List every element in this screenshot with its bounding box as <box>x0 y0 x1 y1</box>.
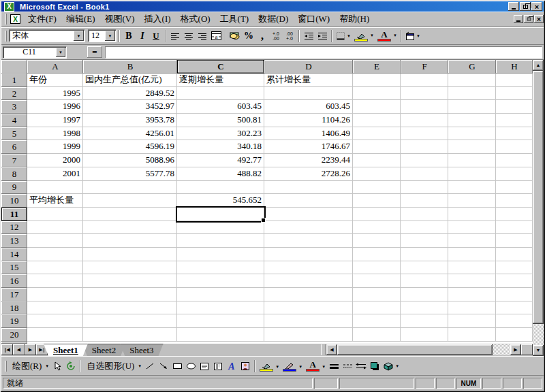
cell-F19[interactable] <box>401 314 448 328</box>
vertical-scrollbar[interactable]: ▲ ▼ <box>533 60 544 356</box>
cell-G7[interactable] <box>448 154 496 167</box>
row-header-15[interactable]: 15 <box>1 261 27 275</box>
cell-F8[interactable] <box>401 167 448 181</box>
row-header-3[interactable]: 3 <box>1 100 27 114</box>
dash-style-button[interactable] <box>341 359 354 373</box>
menu-item-0[interactable]: 文件(F) <box>23 12 61 27</box>
cell-B2[interactable]: 2849.52 <box>83 87 177 101</box>
cell-H18[interactable] <box>496 301 533 315</box>
cell-B20[interactable] <box>83 328 177 342</box>
chevron-down-icon[interactable]: ▼ <box>298 365 302 369</box>
cell-C13[interactable] <box>177 234 264 248</box>
cell-C6[interactable]: 340.18 <box>177 140 264 154</box>
scroll-right-button[interactable]: ▶ <box>510 344 521 355</box>
comma-style-button[interactable]: , <box>255 29 269 43</box>
cell-B10[interactable] <box>83 194 177 208</box>
align-right-button[interactable] <box>196 29 209 43</box>
row-header-18[interactable]: 18 <box>1 301 27 315</box>
cell-A2[interactable]: 1995 <box>27 87 83 101</box>
cell-C15[interactable] <box>177 261 264 275</box>
cell-C8[interactable]: 488.82 <box>177 167 264 181</box>
horizontal-scroll-track[interactable] <box>493 344 510 355</box>
sheet-close-button[interactable]: × <box>534 15 544 23</box>
cell-B19[interactable] <box>83 314 177 328</box>
column-header-G[interactable]: G <box>448 60 496 74</box>
cell-F13[interactable] <box>401 234 448 248</box>
arrow-style-button[interactable] <box>354 359 368 373</box>
cell-C19[interactable] <box>177 314 264 328</box>
cell-E14[interactable] <box>353 248 401 261</box>
cell-E13[interactable] <box>353 234 401 248</box>
cell-D13[interactable] <box>264 234 353 248</box>
borders-button[interactable]: ▼ <box>334 29 352 43</box>
chevron-down-icon[interactable]: ▼ <box>105 31 115 41</box>
cell-D8[interactable]: 2728.26 <box>264 167 353 181</box>
row-header-19[interactable]: 19 <box>1 314 27 328</box>
row-header-9[interactable]: 9 <box>1 181 27 195</box>
cell-G16[interactable] <box>448 274 496 288</box>
cell-B3[interactable]: 3452.97 <box>83 100 177 114</box>
fill-color-button[interactable]: ▼ <box>352 29 370 43</box>
insert-wordart-button[interactable]: A <box>225 359 238 373</box>
cell-B1[interactable]: 国内生产总值(亿元) <box>83 74 177 87</box>
menu-item-8[interactable]: 帮助(H) <box>334 12 374 27</box>
cell-D9[interactable] <box>264 181 353 195</box>
cell-D19[interactable] <box>264 314 353 328</box>
close-button[interactable]: × <box>531 2 542 11</box>
tab-sheet2[interactable]: Sheet2 <box>82 344 125 356</box>
select-objects-button[interactable] <box>50 359 64 373</box>
threed-button[interactable]: ▼ <box>382 359 401 373</box>
toolbar-grip[interactable] <box>5 14 7 24</box>
cell-A11[interactable] <box>27 208 83 221</box>
column-header-E[interactable]: E <box>353 60 401 74</box>
arrow-button[interactable] <box>157 359 170 373</box>
cell-F9[interactable] <box>401 181 448 195</box>
cell-H9[interactable] <box>496 181 533 195</box>
cell-E7[interactable] <box>353 154 401 167</box>
cell-G10[interactable] <box>448 194 496 208</box>
cell-F20[interactable] <box>401 328 448 342</box>
vertical-text-box-button[interactable] <box>211 359 225 373</box>
cell-A17[interactable] <box>27 288 83 301</box>
increase-indent-button[interactable] <box>315 29 329 43</box>
cell-A3[interactable]: 1996 <box>27 100 83 114</box>
cell-B7[interactable]: 5088.96 <box>83 154 177 167</box>
decrease-indent-button[interactable] <box>302 29 315 43</box>
bold-button[interactable]: B <box>122 29 136 43</box>
currency-style-button[interactable] <box>228 29 242 43</box>
cell-E8[interactable] <box>353 167 401 181</box>
font-size-combo[interactable]: 12 ▼ <box>88 29 116 42</box>
row-header-8[interactable]: 8 <box>1 167 27 181</box>
cell-A10[interactable]: 平均增长量 <box>27 194 83 208</box>
cell-C2[interactable] <box>177 87 264 101</box>
tab-split-handle[interactable] <box>321 344 326 355</box>
cell-C14[interactable] <box>177 248 264 261</box>
line-button[interactable] <box>143 359 157 373</box>
horizontal-scroll-thumb[interactable] <box>337 344 493 355</box>
cell-D16[interactable] <box>264 274 353 288</box>
restore-button[interactable] <box>520 2 531 11</box>
cell-F14[interactable] <box>401 248 448 261</box>
autoshapes-menu-button[interactable]: 自选图形(U) ▼ <box>83 359 143 373</box>
shadow-button[interactable] <box>368 359 382 373</box>
row-header-16[interactable]: 16 <box>1 274 27 288</box>
cell-C11[interactable] <box>177 208 264 221</box>
row-header-1[interactable]: 1 <box>1 74 27 87</box>
draw-fill-color-button[interactable]: ▼ <box>258 359 275 373</box>
menu-item-3[interactable]: 插入(I) <box>140 12 176 27</box>
cell-E15[interactable] <box>353 261 401 275</box>
cell-G20[interactable] <box>448 328 496 342</box>
cell-G1[interactable] <box>448 74 496 87</box>
cell-H20[interactable] <box>496 328 533 342</box>
cell-H7[interactable] <box>496 154 533 167</box>
cell-D12[interactable] <box>264 221 353 235</box>
cell-C3[interactable]: 603.45 <box>177 100 264 114</box>
menu-item-5[interactable]: 工具(T) <box>215 12 254 27</box>
cell-A18[interactable] <box>27 301 83 315</box>
cell-B17[interactable] <box>83 288 177 301</box>
cell-C18[interactable] <box>177 301 264 315</box>
cell-B14[interactable] <box>83 248 177 261</box>
row-header-13[interactable]: 13 <box>1 234 27 248</box>
cell-F11[interactable] <box>401 208 448 221</box>
name-box[interactable]: C11 ▼ <box>3 46 67 59</box>
